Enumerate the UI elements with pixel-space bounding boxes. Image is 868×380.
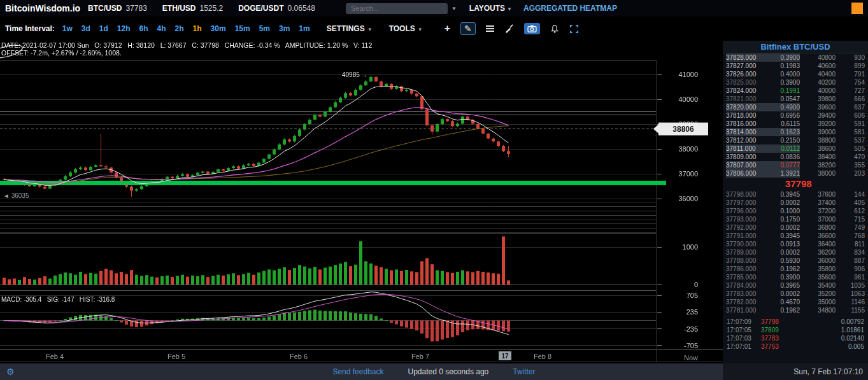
orderbook-bids: 37798.0000.39453760014437797.0000.000237… bbox=[723, 190, 868, 314]
ticker-btc-usd[interactable]: BTC/USD37783 bbox=[88, 4, 147, 13]
clock-label: Sun, 7 Feb 17:07:10 bbox=[793, 363, 863, 380]
ticker-price: 0.06548 bbox=[288, 4, 315, 13]
ticker-pair: ETH/USD bbox=[162, 4, 196, 13]
ask-row[interactable]: 37825.0000.390040200754 bbox=[723, 78, 868, 87]
updated-status: Updated 0 seconds ago bbox=[408, 367, 488, 376]
trade-row[interactable]: 17:07:09377980.00792 bbox=[723, 318, 868, 326]
bid-row[interactable]: 37797.0000.000237400405 bbox=[723, 199, 868, 207]
chart-toolbar: Time Interval: 1w3d1d12h6h4h2h1h30m15m5m… bbox=[0, 17, 868, 41]
bid-row[interactable]: 37791.0000.394536600768 bbox=[723, 232, 868, 240]
ask-row[interactable]: 37820.0000.490039600637 bbox=[723, 103, 868, 111]
camera-icon[interactable] bbox=[524, 23, 540, 34]
bid-row[interactable]: 37785.0000.390035600961 bbox=[723, 273, 868, 281]
bitcoinwisdom-app: BitcoinWisdom.io BTC/USD37783ETH/USD1525… bbox=[0, 0, 868, 380]
bid-row[interactable]: 37783.0000.0002352001063 bbox=[723, 290, 868, 298]
top-bar: BitcoinWisdom.io BTC/USD37783ETH/USD1525… bbox=[0, 0, 868, 17]
layouts-button[interactable]: LAYOUTS▼ bbox=[469, 4, 512, 13]
ohlc-info-line: DATE: 2021-02-07 17:00 Sun O: 37912 H: 3… bbox=[1, 41, 372, 49]
ask-row[interactable]: 37818.0000.695639400606 bbox=[723, 111, 868, 120]
tools-label: TOOLS bbox=[389, 24, 415, 33]
interval-2h[interactable]: 2h bbox=[175, 24, 184, 33]
ticker-list: BTC/USD37783ETH/USD1525.2DOGE/USDT0.0654… bbox=[88, 4, 315, 13]
interval-1d[interactable]: 1d bbox=[99, 24, 108, 33]
trade-row[interactable]: 17:07:05378091.01861 bbox=[723, 326, 868, 334]
ask-row[interactable]: 37809.0000.083638400470 bbox=[723, 153, 868, 161]
interval-1m[interactable]: 1m bbox=[299, 24, 309, 33]
orderbook-title[interactable]: Bitfinex BTC/USD bbox=[723, 41, 868, 53]
status-bar: ⚙ Send feedback Updated 0 seconds ago Tw… bbox=[0, 363, 868, 380]
trade-row[interactable]: 17:07:03377830.02140 bbox=[723, 334, 868, 342]
tool-icon-group: + ✎ bbox=[445, 22, 579, 35]
search-dropdown-caret-icon[interactable]: ▼ bbox=[448, 6, 460, 11]
bid-row[interactable]: 37786.0000.196235800906 bbox=[723, 265, 868, 273]
trade-row[interactable]: 17:07:01377530.005 bbox=[723, 342, 868, 351]
twitter-link[interactable]: Twitter bbox=[513, 367, 535, 376]
status-bar-center: Send feedback Updated 0 seconds ago Twit… bbox=[332, 363, 535, 380]
orderbook-panel: Bitfinex BTC/USD 37828.0000.390040800930… bbox=[723, 41, 868, 363]
bid-row[interactable]: 37796.0000.100037200612 bbox=[723, 207, 868, 215]
chevron-down-icon: ▼ bbox=[507, 6, 512, 12]
ticker-doge-usdt[interactable]: DOGE/USDT0.06548 bbox=[238, 4, 315, 13]
bid-row[interactable]: 37784.0000.3965354001035 bbox=[723, 281, 868, 290]
interval-3m[interactable]: 3m bbox=[279, 24, 290, 33]
last-price: 37798 bbox=[723, 178, 868, 190]
time-interval-label: Time Interval: bbox=[5, 24, 55, 33]
draw-pencil-icon[interactable]: ✎ bbox=[460, 22, 476, 35]
ticker-price: 1525.2 bbox=[199, 4, 223, 13]
tools-button[interactable]: TOOLS▼ bbox=[389, 24, 423, 33]
ask-row[interactable]: 37827.0000.198340600899 bbox=[723, 62, 868, 70]
brush-icon[interactable] bbox=[504, 24, 514, 34]
interval-1w[interactable]: 1w bbox=[62, 24, 73, 33]
bid-row[interactable]: 37789.0000.000236200834 bbox=[723, 248, 868, 257]
interval-1h[interactable]: 1h bbox=[193, 24, 202, 33]
interval-15m[interactable]: 15m bbox=[235, 24, 250, 33]
interval-6h[interactable]: 6h bbox=[139, 24, 148, 33]
offset-info-line: OFFSET: -7.2m, +2.67% / -2.60%, 1008. bbox=[1, 49, 122, 57]
search-input[interactable] bbox=[346, 3, 448, 14]
interval-12h[interactable]: 12h bbox=[117, 24, 131, 33]
bid-row[interactable]: 37798.0000.394537600144 bbox=[723, 190, 868, 199]
interval-4h[interactable]: 4h bbox=[157, 24, 166, 33]
ask-row[interactable]: 37828.0000.390040800930 bbox=[723, 53, 868, 62]
settings-label: SETTINGS bbox=[327, 24, 365, 33]
ask-row[interactable]: 37826.0000.400040400791 bbox=[723, 70, 868, 78]
interval-5m[interactable]: 5m bbox=[259, 24, 270, 33]
aggregated-heatmap-link[interactable]: AGGREGATED HEATMAP bbox=[523, 4, 617, 13]
bid-row[interactable]: 37781.0000.1962348001155 bbox=[723, 306, 868, 314]
bid-row[interactable]: 37788.0000.593036000887 bbox=[723, 257, 868, 265]
site-logo[interactable]: BitcoinWisdom.io bbox=[0, 3, 88, 13]
chevron-down-icon: ▼ bbox=[418, 27, 423, 32]
fullscreen-icon[interactable] bbox=[569, 24, 579, 34]
settings-button[interactable]: SETTINGS▼ bbox=[327, 24, 373, 33]
ask-row[interactable]: 37824.0000.199140000727 bbox=[723, 87, 868, 95]
interval-3d[interactable]: 3d bbox=[82, 24, 90, 33]
ask-row[interactable]: 37807.0000.077738200355 bbox=[723, 161, 868, 169]
bid-row[interactable]: 37793.0000.175037000715 bbox=[723, 215, 868, 223]
ticker-price: 37783 bbox=[125, 4, 146, 13]
ticker-eth-usd[interactable]: ETH/USD1525.2 bbox=[162, 4, 223, 13]
interval-list: 1w3d1d12h6h4h2h1h30m15m5m3m1m bbox=[62, 24, 310, 33]
bid-row[interactable]: 37782.0000.4670350001146 bbox=[723, 298, 868, 306]
search-wrap: ▼ bbox=[346, 3, 460, 14]
interval-30m[interactable]: 30m bbox=[211, 24, 226, 33]
ask-row[interactable]: 37814.0000.162339000581 bbox=[723, 128, 868, 136]
price-chart[interactable] bbox=[0, 41, 723, 363]
ask-row[interactable]: 37816.0000.611539200591 bbox=[723, 120, 868, 128]
bell-icon[interactable] bbox=[550, 24, 559, 34]
send-feedback-link[interactable]: Send feedback bbox=[332, 367, 383, 376]
bid-row[interactable]: 37790.0000.091336400811 bbox=[723, 240, 868, 248]
ask-row[interactable]: 37812.0000.215038800537 bbox=[723, 136, 868, 144]
add-icon[interactable]: + bbox=[445, 24, 450, 34]
ask-row[interactable]: 37821.0000.054739800666 bbox=[723, 95, 868, 103]
chevron-down-icon: ▼ bbox=[367, 27, 373, 32]
macd-values-label: MACD: -305.4 SIG: -147 HIST: -316.8 bbox=[1, 296, 115, 303]
orange-square-button[interactable] bbox=[851, 3, 863, 14]
gear-icon[interactable]: ⚙ bbox=[6, 363, 15, 380]
ask-row[interactable]: 37806.0001.392138000203 bbox=[723, 169, 868, 178]
trade-history: 17:07:09377980.0079217:07:05378091.01861… bbox=[723, 318, 868, 351]
list-menu-icon[interactable] bbox=[486, 24, 494, 33]
bid-row[interactable]: 37792.0000.000236800749 bbox=[723, 223, 868, 232]
ask-row[interactable]: 37811.0000.011238600505 bbox=[723, 144, 868, 153]
chart-area: DATE: 2021-02-07 17:00 Sun O: 37912 H: 3… bbox=[0, 41, 723, 363]
orderbook-asks: 37828.0000.39004080093037827.0000.198340… bbox=[723, 53, 868, 178]
